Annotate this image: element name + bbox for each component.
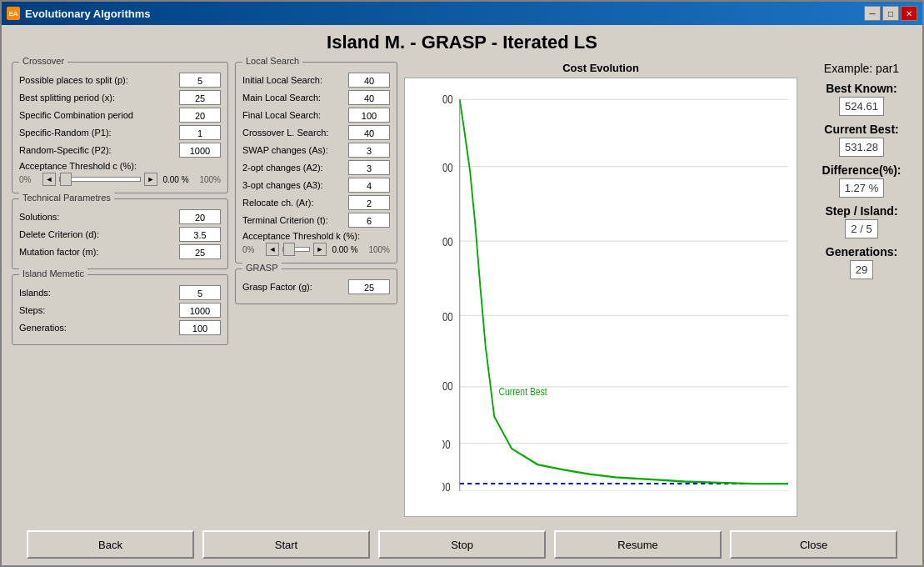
island-param-1: Steps: 1000 [19, 303, 221, 318]
resume-button[interactable]: Resume [554, 530, 722, 559]
minimize-button[interactable]: ─ [864, 6, 881, 21]
chart-title: Cost Evolution [404, 62, 797, 74]
page-title: Island M. - GRASP - Iterated LS [12, 32, 912, 53]
crossover-slider-right[interactable]: ► [144, 173, 157, 186]
chart-svg: 1800 1600 1400 1200 1000 800 600 [442, 87, 788, 491]
crossover-param-1: Best splitting period (x): 25 [19, 90, 221, 105]
main-window: EA Evolutionary Algorithms ─ □ ✕ Island … [0, 0, 924, 567]
step-island-label: Step / Island: [825, 204, 897, 218]
start-button[interactable]: Start [202, 530, 370, 559]
svg-text:1800: 1800 [442, 93, 453, 106]
difference-value: 1.27 % [839, 178, 884, 198]
main-area: Crossover Possible places to split (p): … [12, 62, 912, 517]
ls-slider-row: 0% ◄ ► 0.00 % 100% [242, 243, 390, 256]
ls-value-2[interactable]: 100 [348, 108, 390, 123]
island-param-0: Islands: 5 [19, 285, 221, 300]
left-panel: Crossover Possible places to split (p): … [12, 62, 228, 517]
technical-value-0[interactable]: 20 [179, 209, 221, 224]
island-value-2[interactable]: 100 [179, 320, 221, 335]
ls-value-5[interactable]: 3 [348, 160, 390, 175]
crossover-group: Crossover Possible places to split (p): … [12, 62, 228, 193]
svg-text:1200: 1200 [442, 310, 453, 324]
technical-group: Technical Parametres Solutions: 20 Delet… [12, 198, 228, 269]
ls-param-4: SWAP changes (As): 3 [242, 143, 390, 158]
best-known-block: Best Known: 524.61 [811, 82, 912, 116]
back-button[interactable]: Back [27, 530, 194, 559]
generations-label: Generations: [826, 245, 897, 258]
technical-title: Technical Parametres [19, 193, 114, 203]
title-bar: EA Evolutionary Algorithms ─ □ ✕ [2, 2, 922, 25]
ls-param-5: 2-opt changes (A2): 3 [242, 160, 390, 175]
window-controls: ─ □ ✕ [864, 6, 917, 21]
close-button[interactable]: Close [730, 530, 897, 559]
difference-block: Difference(%): 1.27 % [811, 163, 912, 198]
local-search-title: Local Search [242, 56, 302, 66]
crossover-value-2[interactable]: 20 [179, 108, 221, 123]
svg-text:800: 800 [442, 438, 451, 451]
island-param-2: Generatios: 100 [19, 320, 221, 335]
ls-value-1[interactable]: 40 [348, 90, 390, 105]
grasp-title: GRASP [242, 263, 282, 273]
step-island-block: Step / Island: 2 / 5 [811, 204, 912, 238]
maximize-button[interactable]: □ [882, 6, 899, 21]
stop-button[interactable]: Stop [378, 530, 546, 559]
ls-threshold-label: Acceptance Threshold k (%): [242, 231, 390, 241]
grasp-param-0: Grasp Factor (g): 25 [242, 279, 390, 294]
close-window-button[interactable]: ✕ [901, 6, 917, 21]
ls-slider-right[interactable]: ► [313, 243, 327, 256]
generations-block: Generations: 29 [811, 245, 912, 279]
crossover-slider-thumb[interactable] [60, 173, 72, 186]
ls-param-3: Crossover L. Search: 40 [242, 125, 390, 140]
crossover-slider-left[interactable]: ◄ [42, 173, 56, 186]
technical-value-2[interactable]: 25 [179, 244, 221, 259]
chart-area: Cost Evolution 1800 1600 1400 1200 1000 … [404, 62, 797, 517]
ls-param-7: Relocate ch. (Ar): 2 [242, 195, 390, 210]
example-label: Example: par1 [811, 62, 912, 75]
ls-value-3[interactable]: 40 [348, 125, 390, 140]
local-search-group: Local Search Initial Local Search: 40 Ma… [235, 62, 397, 263]
ls-param-6: 3-opt changes (A3): 4 [242, 178, 390, 193]
ls-value-6[interactable]: 4 [348, 178, 390, 193]
technical-value-1[interactable]: 3.5 [179, 227, 221, 242]
technical-param-1: Delete Criterion (d): 3.5 [19, 227, 221, 242]
right-panel: Example: par1 Best Known: 524.61 Current… [804, 62, 912, 517]
svg-text:600: 600 [442, 480, 451, 491]
island-group: Island Memetic Islands: 5 Steps: 1000 Ge… [12, 274, 228, 345]
island-title: Island Memetic [19, 268, 87, 278]
bottom-bar: Back Start Stop Resume Close [2, 524, 922, 565]
technical-param-0: Solutions: 20 [19, 209, 221, 224]
crossover-slider-track[interactable] [59, 177, 141, 182]
ls-slider-track[interactable] [282, 247, 310, 252]
ls-slider-left[interactable]: ◄ [266, 243, 279, 256]
crossover-value-0[interactable]: 5 [179, 73, 221, 88]
ls-param-1: Main Local Search: 40 [242, 90, 390, 105]
current-best-label: Current Best: [824, 123, 898, 136]
ls-value-4[interactable]: 3 [348, 143, 390, 158]
step-island-value: 2 / 5 [845, 219, 877, 238]
crossover-value-1[interactable]: 25 [179, 90, 221, 105]
grasp-value-0[interactable]: 25 [348, 279, 390, 294]
svg-text:Current Best: Current Best [498, 385, 547, 397]
ls-value-7[interactable]: 2 [348, 195, 390, 210]
difference-label: Difference(%): [822, 163, 902, 177]
generations-value: 29 [850, 260, 873, 279]
current-best-block: Current Best: 531.28 [811, 123, 912, 157]
crossover-param-4: Random-Specific (P2): 1000 [19, 143, 221, 158]
ls-slider-thumb[interactable] [283, 243, 295, 256]
ls-param-2: Final Local Search: 100 [242, 108, 390, 123]
crossover-param-2: Specific Combination period 20 [19, 108, 221, 123]
island-value-0[interactable]: 5 [179, 285, 221, 300]
grasp-group: GRASP Grasp Factor (g): 25 [235, 268, 397, 304]
svg-text:1000: 1000 [442, 379, 453, 393]
current-best-value: 531.28 [839, 138, 884, 157]
ls-value-0[interactable]: 40 [348, 73, 390, 88]
island-value-1[interactable]: 1000 [179, 303, 221, 318]
best-known-value: 524.61 [839, 97, 884, 116]
ls-param-8: Terminal Criterion (t): 6 [242, 213, 390, 228]
crossover-slider-row: 0% ◄ ► 0.00 % 100% [19, 173, 221, 186]
ls-value-8[interactable]: 6 [348, 213, 390, 228]
window-title: Evolutionary Algorithms [25, 8, 864, 20]
crossover-value-4[interactable]: 1000 [179, 143, 221, 158]
crossover-value-3[interactable]: 1 [179, 125, 221, 140]
svg-text:1600: 1600 [442, 161, 453, 174]
